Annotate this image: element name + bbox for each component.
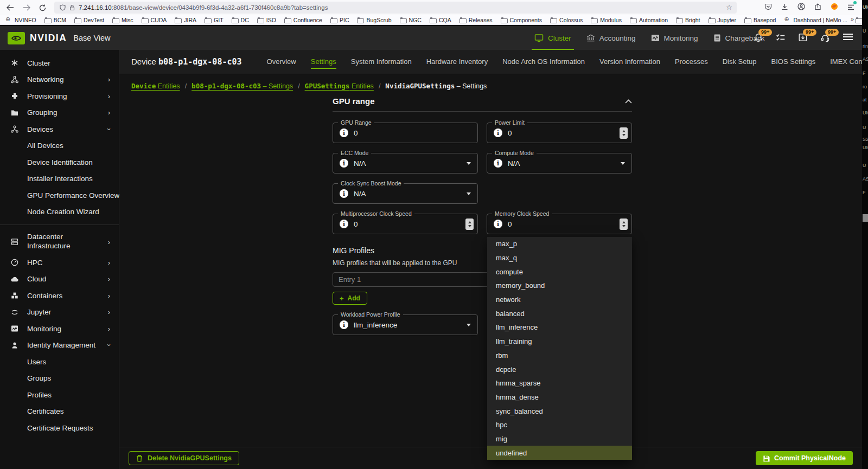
bookmark-item[interactable]: Modulus [591, 17, 622, 23]
alerts-bell-icon[interactable]: 99+ [754, 33, 764, 43]
device-tab[interactable]: System Information [351, 55, 412, 69]
device-tab[interactable]: Node Arch OS Information [502, 55, 585, 69]
sidebar-item-jupyter[interactable]: Jupyter › [0, 304, 119, 321]
top-nav-monitoring[interactable]: Monitoring [651, 26, 698, 50]
commit-physicalnode-button[interactable]: Commit PhysicalNode [756, 451, 853, 465]
top-nav-cluster[interactable]: Cluster [534, 26, 571, 50]
sidebar-item-node-creation-wizard[interactable]: Node Creation Wizard [0, 204, 119, 221]
spinner-down-icon[interactable] [622, 225, 626, 227]
dropdown-option[interactable]: undefined [487, 446, 632, 460]
dropdown-option[interactable]: llm_inference [487, 320, 632, 335]
bookmark-item[interactable]: Basepod [744, 17, 776, 23]
sidebar-item-all-devices[interactable]: All Devices [0, 138, 119, 155]
support-headset-icon[interactable]: 99+ [820, 33, 831, 43]
sidebar-item-device-identification[interactable]: Device Identification [0, 154, 119, 171]
sidebar-item-installer-interactions[interactable]: Installer Interactions [0, 171, 119, 188]
device-tab[interactable]: Hardware Inventory [426, 55, 488, 69]
dropdown-option[interactable]: sync_balanced [487, 404, 632, 418]
bookmark-item[interactable]: CUDA [142, 17, 167, 23]
sidebar-item-profiles[interactable]: Profiles [0, 387, 119, 403]
sidebar-item-groups[interactable]: Groups [0, 370, 119, 387]
dropdown-option[interactable]: max_q [487, 251, 632, 265]
bookmark-item[interactable]: Releases [459, 17, 493, 23]
bookmark-item[interactable]: Jupyter [709, 17, 736, 23]
section-header[interactable]: GPU range [333, 97, 632, 112]
memory-clock-speed-field[interactable]: Memory Clock Speed i 0 [487, 214, 632, 234]
sidebar-item-provisioning[interactable]: Provisioning › [0, 88, 119, 105]
dropdown-option[interactable]: dcpcie [487, 362, 632, 376]
number-spinner[interactable] [620, 127, 628, 139]
breadcrumb-link-device-entities[interactable]: Device Entities [131, 82, 180, 90]
sidebar-item-cluster[interactable]: Cluster [0, 55, 119, 72]
spinner-up-icon[interactable] [468, 221, 471, 223]
bookmark-item[interactable]: PIC [330, 17, 349, 23]
import-tray-icon[interactable]: 99+ [798, 33, 809, 43]
clock-sync-boost-mode-select[interactable]: Clock Sync Boost Mode i N/A [333, 183, 478, 204]
bookmark-item[interactable]: Components [501, 17, 542, 23]
spinner-down-icon[interactable] [468, 225, 471, 227]
device-tab[interactable]: Overview [267, 55, 296, 69]
bookmark-item[interactable]: BugScrub [357, 17, 391, 23]
breadcrumb-link-gpusettings-entities[interactable]: GPUSettings Entities [305, 82, 374, 90]
top-nav-accounting[interactable]: Accounting [586, 26, 636, 50]
workload-power-profile-select[interactable]: Workload Power Profile i llm_inference [333, 314, 478, 335]
dropdown-option[interactable]: hmma_sparse [487, 376, 632, 390]
device-tab[interactable]: Processes [675, 55, 708, 69]
multiprocessor-clock-speed-field[interactable]: Multiprocessor Clock Speed i 0 [333, 214, 478, 234]
device-tab[interactable]: BIOS Settings [771, 55, 816, 69]
dropdown-option[interactable]: compute [487, 265, 632, 279]
dropdown-option[interactable]: hmma_dense [487, 390, 632, 404]
bookmark-item[interactable]: Lab [856, 17, 862, 23]
breadcrumb-link-device-settings[interactable]: b08-p1-dgx-08-c03 – Settings [192, 82, 293, 90]
browser-menu-icon[interactable] [847, 3, 854, 12]
bookmarks-overflow-chevron[interactable]: » [851, 16, 853, 22]
spinner-up-icon[interactable] [622, 130, 626, 132]
bookmark-item[interactable]: CQA [430, 17, 451, 23]
tasks-checklist-icon[interactable] [776, 33, 787, 43]
sidebar-item-cloud[interactable]: Cloud › [0, 271, 119, 288]
bookmark-item[interactable]: Misc [112, 17, 133, 23]
url-bar[interactable]: 7.241.16.10:8081/base-view/device/0434b9… [54, 2, 737, 14]
compute-mode-select[interactable]: Compute Mode i N/A [487, 153, 632, 174]
dropdown-option[interactable]: mig [487, 432, 632, 446]
bookmark-item[interactable]: GIT [205, 17, 224, 23]
back-icon[interactable] [7, 4, 14, 11]
extension-fox-icon[interactable] [831, 3, 838, 12]
gpu-range-field[interactable]: GPU Range i 0 [333, 123, 478, 143]
bookmark-item[interactable]: BCM [44, 17, 66, 23]
pocket-icon[interactable] [764, 3, 772, 12]
sidebar-item-networking[interactable]: Networking › [0, 72, 119, 88]
sidebar-item-certificate-requests[interactable]: Certificate Requests [0, 420, 119, 436]
bookmark-item[interactable]: NVINFO [5, 17, 36, 23]
bookmark-item[interactable]: Bright [676, 17, 700, 23]
sidebar-item-users[interactable]: Users [0, 354, 119, 370]
device-tab[interactable]: Disk Setup [723, 55, 757, 69]
number-spinner[interactable] [465, 219, 474, 230]
forward-icon[interactable] [23, 4, 30, 11]
power-limit-field[interactable]: Power Limit i 0 [487, 123, 632, 143]
dropdown-option[interactable]: llm_training [487, 335, 632, 349]
sidebar-item-certificates[interactable]: Certificates [0, 403, 119, 420]
sidebar-item-datacenter-infrastructure[interactable]: Datacenter Infrastructure › [0, 229, 119, 254]
delete-nvidiagpusettings-button[interactable]: Delete NvidiaGPUSettings [129, 451, 239, 465]
reload-icon[interactable] [39, 4, 46, 11]
device-tab[interactable]: Settings [311, 55, 336, 69]
number-spinner[interactable] [620, 219, 628, 230]
dropdown-option[interactable]: network [487, 293, 632, 307]
sidebar-item-identity-management[interactable]: Identity Management › [0, 337, 119, 354]
bookmark-item[interactable]: DC [232, 17, 249, 23]
download-icon[interactable] [781, 3, 788, 12]
dropdown-option[interactable]: hpc [487, 418, 632, 432]
sidebar-item-devices[interactable]: Devices › [0, 121, 119, 138]
spinner-down-icon[interactable] [622, 134, 626, 136]
bookmark-item[interactable]: ISO [257, 17, 276, 23]
account-icon[interactable] [797, 3, 805, 12]
bookmark-item[interactable]: Colossus [550, 17, 583, 23]
strip-scrollbar[interactable] [863, 214, 868, 222]
share-icon[interactable] [814, 3, 821, 12]
bookmark-item[interactable]: NGC [400, 17, 422, 23]
bookmark-item[interactable]: JIRA [175, 17, 196, 23]
sidebar-item-hpc[interactable]: HPC › [0, 254, 119, 271]
dropdown-option[interactable]: rbm [487, 349, 632, 363]
spinner-up-icon[interactable] [622, 221, 626, 223]
